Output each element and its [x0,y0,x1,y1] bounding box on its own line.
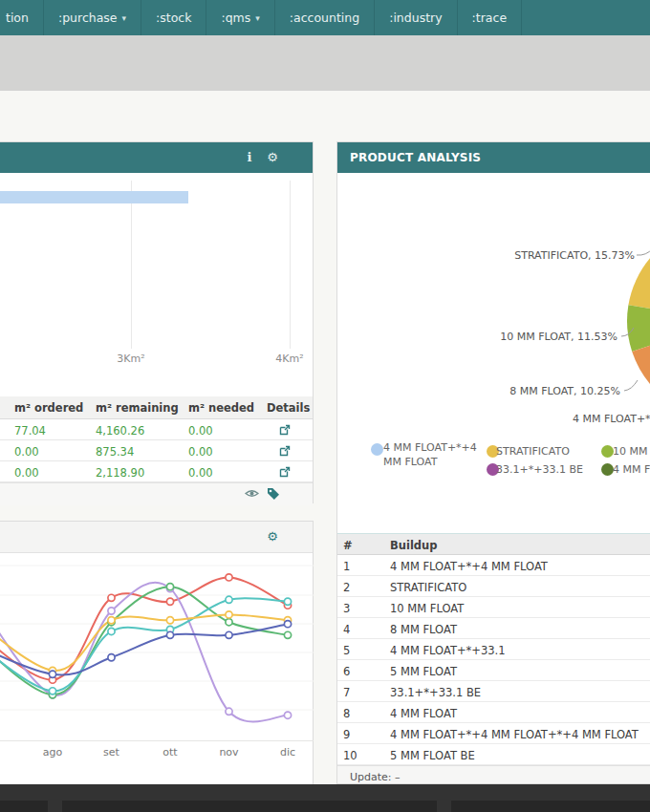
eye-icon[interactable] [245,487,259,500]
month-label: ott [162,746,177,759]
legend-item[interactable]: 4 MM FLOAT [613,463,650,478]
stock-cell-needed: 0.00 [188,466,213,480]
data-point [166,617,173,624]
pie-slice-3[interactable] [627,305,650,352]
pie-chart: STRATIFICATO, 15.73%10 MM FLOAT, 11.53%8… [337,173,650,445]
stock-col-header: m² needed [188,401,254,415]
legend-swatch[interactable] [371,443,383,456]
update-status-row: Update: – [337,765,650,784]
tag-icon[interactable] [267,487,280,501]
buildup-row-number: 5 [343,644,350,657]
data-point [108,594,115,601]
external-link-icon[interactable] [279,424,291,436]
nav-item-accounting[interactable]: :accounting [275,0,375,35]
nav-item-tion[interactable]: tion [0,0,44,35]
data-point [226,708,232,715]
buildup-row-number: 3 [343,602,350,615]
buildup-row[interactable]: 48 MM FLOAT [337,618,650,639]
chart-legend: 4 MM FLOAT+*+4 MM FLOATSTRATIFICATO33.1+… [337,438,650,486]
panel-stock: i ⚙ 3Km² 4Km² m² orderedm² remainingm² n… [0,141,314,503]
data-point [226,611,232,618]
axis-tick-label: 3Km² [117,353,144,365]
pie-callout: STRATIFICATO, 15.73% [514,249,635,262]
buildup-col-header: # [343,539,353,552]
buildup-row-name: STRATIFICATO [390,581,466,594]
pie-callout: 4 MM FLOAT+*+33. [573,413,650,425]
buildup-row-number: 9 [343,728,350,741]
footer-block [0,801,48,812]
nav-item-industry[interactable]: :industry [375,0,457,35]
buildup-row[interactable]: 84 MM FLOAT [337,702,650,723]
buildup-row-number: 8 [343,707,350,720]
pie-callout: 10 MM FLOAT, 11.53% [500,331,618,343]
external-link-icon[interactable] [279,445,291,457]
nav-item-label: :accounting [290,11,359,25]
panel-trend-header: ⚙ [0,522,313,553]
info-icon[interactable]: i [242,150,257,165]
panel-title: PRODUCT ANALYSIS [350,151,481,164]
axis-tick-label: 4Km² [275,353,303,365]
stock-table: m² orderedm² remainingm² neededDetails77… [0,396,313,503]
data-point [166,631,173,638]
buildup-row[interactable]: 54 MM FLOAT+*+33.1 [337,639,650,660]
buildup-row[interactable]: 733.1+*+33.1 BE [337,681,650,702]
callout-leader [637,248,650,255]
top-nav-bar: tion:purchase▾:stock:qms▾:accounting:ind… [0,0,650,35]
buildup-row-name: 4 MM FLOAT [390,707,457,720]
buildup-row-name: 10 MM FLOAT [390,602,464,615]
trend-line-series-purple [0,555,288,722]
page-header-band [0,35,650,91]
app-root: tion:purchase▾:stock:qms▾:accounting:ind… [0,0,650,812]
trend-chart-svg [0,555,314,742]
month-label: dic [280,746,295,759]
buildup-row[interactable]: 2STRATIFICATO [337,576,650,597]
chevron-down-icon: ▾ [255,13,260,23]
stock-cell-remaining: 4,160.26 [96,424,144,438]
data-point [166,584,173,590]
buildup-row[interactable]: 310 MM FLOAT [337,597,650,618]
legend-item[interactable]: 4 MM FLOAT+*+4 MM FLOAT [383,441,477,470]
nav-item-label: tion [6,11,29,25]
stock-cell-remaining: 875.34 [96,445,134,459]
buildup-row[interactable]: 14 MM FLOAT+*+4 MM FLOAT [337,555,650,576]
stock-cell-needed: 0.00 [188,424,213,438]
nav-item-label: :purchase [58,11,118,25]
buildup-row-name: 4 MM FLOAT+*+4 MM FLOAT [390,560,548,573]
buildup-row-name: 4 MM FLOAT+*+33.1 [390,644,506,657]
stock-cell-needed: 0.00 [188,445,213,459]
nav-item-trace[interactable]: :trace [458,0,522,35]
data-point [284,621,291,628]
legend-item[interactable]: STRATIFICATO [496,445,570,459]
gear-icon[interactable]: ⚙ [265,529,280,545]
panel-product-header: PRODUCT ANALYSIS [337,142,650,173]
nav-item-qms[interactable]: :qms▾ [206,0,274,35]
buildup-row-number: 6 [343,665,350,678]
gear-icon[interactable]: ⚙ [265,150,280,165]
legend-item[interactable]: 10 MM FLOAT [613,445,650,459]
buildup-row[interactable]: 94 MM FLOAT+*+4 MM FLOAT+*+4 MM FLOAT [337,723,650,744]
data-point [284,631,291,638]
panel-stock-header: i ⚙ [0,142,313,173]
nav-item-label: :qms [221,11,250,25]
stock-cell-remaining: 2,118.90 [96,466,144,480]
external-link-icon[interactable] [279,466,291,478]
panel-product: PRODUCT ANALYSIS STRATIFICATO, 15.73%10 … [336,141,650,784]
data-point [226,619,232,626]
stock-cell-ordered: 0.00 [14,445,39,459]
nav-item-purchase[interactable]: :purchase▾ [44,0,141,35]
gridline [131,181,132,349]
buildup-row-number: 7 [343,686,350,699]
buildup-row-name: 4 MM FLOAT+*+4 MM FLOAT+*+4 MM FLOAT [390,728,639,741]
nav-item-stock[interactable]: :stock [141,0,206,35]
buildup-row[interactable]: 65 MM FLOAT [337,660,650,681]
legend-item[interactable]: 33.1+*+33.1 BE [496,463,583,478]
month-label: set [103,746,119,759]
footer-block [451,801,650,812]
stock-table-header: m² orderedm² remainingm² neededDetails [0,396,313,419]
month-label: nov [219,746,238,759]
stock-col-header: m² remaining [96,401,179,415]
pie-svg [337,173,650,445]
data-point [166,598,173,605]
buildup-row[interactable]: 105 MM FLOAT BE [337,744,650,765]
stock-bar-chart: 3Km² 4Km² [0,173,313,395]
